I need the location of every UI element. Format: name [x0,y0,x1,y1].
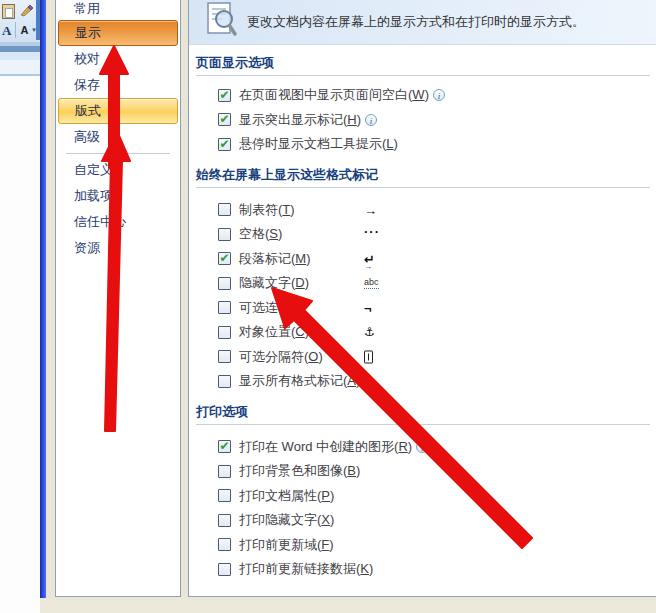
format-painter-icon[interactable] [19,2,34,21]
sidebar-item[interactable]: 校对 [56,46,180,72]
dialog-left-border [40,0,46,613]
sidebar-item-label: 资源 [74,239,100,257]
info-icon[interactable]: i [416,441,428,453]
character-scale-icon[interactable]: A [20,25,28,36]
sidebar-item[interactable]: 保存 [56,72,180,98]
checkbox[interactable] [218,203,231,216]
checkbox-row: ✔ 显示突出显示标记(H) i [194,108,656,133]
checkbox-row: 可选分隔符(O) [194,345,656,370]
font-icon[interactable]: A [2,24,11,37]
checkbox-row: ✔ 在页面视图中显示页面间空白(W) i [194,83,656,108]
checkbox-label[interactable]: 段落标记(M) [239,250,311,268]
sidebar-item[interactable]: 高级 [56,124,180,150]
info-icon[interactable]: i [433,89,445,101]
checkbox-row: 空格(S) ··· [194,222,656,247]
checkbox-label[interactable]: 在页面视图中显示页面间空白(W) [239,86,429,104]
checkbox[interactable] [218,514,231,527]
section-title: 打印选项 [196,404,656,420]
tab-arrow-icon: → [364,202,377,217]
optional-break-icon [364,350,373,363]
word-options-display-screenshot: { "window": { "background_toolbar": { "i… [0,0,656,613]
checkbox[interactable] [218,326,231,339]
checkbox[interactable] [218,465,231,478]
document-magnifier-icon [203,1,239,43]
options-section: 页面显示选项 ✔ 在页面视图中显示页面间空白(W) i ✔ 显示突出显示标记(H… [194,55,656,157]
sidebar-separator [66,153,170,154]
options-sidebar: 常用显示校对保存版式高级自定义加载项信任中心资源 [55,0,181,597]
checkbox-label[interactable]: 隐藏文字(D) [239,274,309,292]
checkbox-checked[interactable]: ✔ [218,252,231,265]
checkbox-label[interactable]: 制表符(T) [239,201,295,219]
checkbox[interactable] [218,563,231,576]
section-divider [196,75,650,76]
panel-header: 更改文档内容在屏幕上的显示方式和在打印时的显示方式。 [189,0,656,45]
checkbox-checked[interactable]: ✔ [218,138,231,151]
dialog-footer [40,598,656,613]
checkbox-label[interactable]: 显示所有格式标记(A) [239,372,360,390]
checkbox-row: 打印文档属性(P) [194,484,656,509]
sidebar-item-label: 校对 [74,50,100,68]
sidebar-item-label: 信任中心 [74,213,126,231]
sidebar-item[interactable]: 常用 [56,0,180,20]
sidebar-item[interactable]: 信任中心 [56,209,180,235]
section-title: 始终在屏幕上显示这些格式标记 [196,167,656,183]
checkbox-row: 打印隐藏文字(X) [194,508,656,533]
checkbox-row: 打印背景色和图像(B) [194,459,656,484]
checkbox-label[interactable]: 可选连字符 [239,299,304,317]
checkbox[interactable] [218,375,231,388]
section-divider [196,424,650,425]
sidebar-item-label: 常用 [74,0,100,18]
options-section: 始终在屏幕上显示这些格式标记 制表符(T) → 空格(S) ··· ✔ 段落标记… [194,167,656,394]
sidebar-item[interactable]: 自定义 [56,157,180,183]
checkbox-checked[interactable]: ✔ [218,440,231,453]
checkbox-label[interactable]: 打印前更新链接数据(K) [239,560,373,578]
checkbox-row: 打印前更新域(F) [194,533,656,558]
checkbox-row: ✔ 段落标记(M) ↵→ [194,247,656,272]
section-title: 页面显示选项 [196,55,656,71]
checkbox-checked[interactable]: ✔ [218,113,231,126]
anchor-icon: ⚓ [364,325,375,339]
document-area-background [0,76,40,613]
checkbox-row: 显示所有格式标记(A) [194,369,656,394]
display-options-panel: 更改文档内容在屏幕上的显示方式和在打印时的显示方式。 页面显示选项 ✔ 在页面视… [188,0,656,597]
checkbox[interactable] [218,301,231,314]
checkbox-checked[interactable]: ✔ [218,89,231,102]
ribbon-lower-band [0,60,40,74]
section-rows: ✔ 打印在 Word 中创建的图形(R) i 打印背景色和图像(B) 打印文档属… [194,435,656,582]
paste-icon[interactable] [2,4,15,19]
checkbox-row: 对象位置(C) ⚓ [194,320,656,345]
checkbox-label[interactable]: 打印背景色和图像(B) [239,462,360,480]
checkbox-label[interactable]: 打印前更新域(F) [239,536,334,554]
section-rows: ✔ 在页面视图中显示页面间空白(W) i ✔ 显示突出显示标记(H) i ✔ 悬… [194,83,656,157]
info-icon[interactable]: i [365,114,377,126]
sidebar-item-label: 加载项 [74,187,113,205]
checkbox[interactable] [218,350,231,363]
checkbox[interactable] [218,489,231,502]
checkbox-label[interactable]: 可选分隔符(O) [239,348,323,366]
checkbox-row: 制表符(T) → [194,198,656,223]
checkbox-row: 打印前更新链接数据(K) [194,557,656,582]
hidden-text-abc-icon: abc [364,277,379,289]
sidebar-item[interactable]: 显示 [58,20,178,46]
checkbox-label[interactable]: 对象位置(C) [239,323,309,341]
optional-hyphen-icon: ¬ [364,300,372,315]
checkbox-row: ✔ 打印在 Word 中创建的图形(R) i [194,435,656,460]
checkbox-label[interactable]: 悬停时显示文档工具提示(L) [239,135,398,153]
section-rows: 制表符(T) → 空格(S) ··· ✔ 段落标记(M) ↵→ 隐藏文字(D) … [194,198,656,394]
sidebar-item[interactable]: 版式 [58,98,178,124]
checkbox-label[interactable]: 打印隐藏文字(X) [239,511,334,529]
checkbox[interactable] [218,228,231,241]
checkbox[interactable] [218,538,231,551]
sidebar-item[interactable]: 资源 [56,235,180,261]
checkbox-label[interactable]: 显示突出显示标记(H) [239,111,361,129]
ribbon-lower-band [0,52,40,60]
options-section: 打印选项 ✔ 打印在 Word 中创建的图形(R) i 打印背景色和图像(B) … [194,404,656,582]
checkbox-label[interactable]: 空格(S) [239,225,282,243]
space-dots-icon: ··· [364,224,380,239]
checkbox[interactable] [218,277,231,290]
checkbox-label[interactable]: 打印文档属性(P) [239,487,334,505]
checkbox-row: ✔ 悬停时显示文档工具提示(L) [194,132,656,157]
sidebar-item-label: 保存 [74,76,100,94]
checkbox-label[interactable]: 打印在 Word 中创建的图形(R) [239,438,412,456]
sidebar-item[interactable]: 加载项 [56,183,180,209]
